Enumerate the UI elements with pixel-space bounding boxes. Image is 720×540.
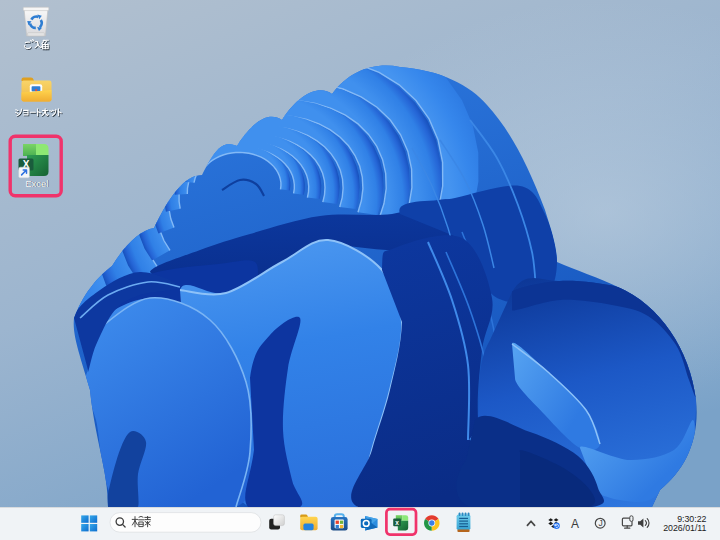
svg-text:Excel: Excel <box>25 178 48 189</box>
svg-text:2026/01/11: 2026/01/11 <box>663 523 706 533</box>
svg-text:J: J <box>598 518 602 528</box>
svg-text:A: A <box>571 517 579 531</box>
svg-text:x: x <box>395 519 399 526</box>
